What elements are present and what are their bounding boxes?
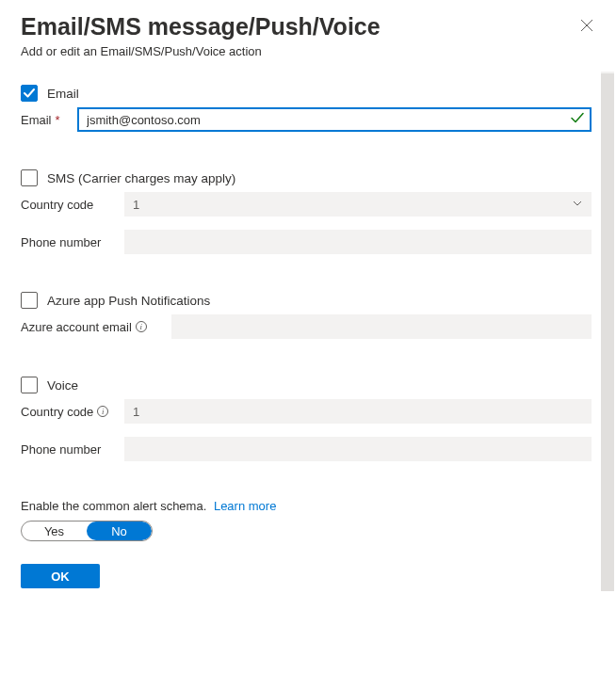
voice-checkbox-label: Voice <box>47 378 78 393</box>
panel-subtitle: Add or edit an Email/SMS/Push/Voice acti… <box>21 44 381 58</box>
ok-button[interactable]: OK <box>21 564 100 588</box>
schema-text: Enable the common alert schema. <box>21 499 206 513</box>
sms-checkbox[interactable] <box>21 169 38 186</box>
email-checkbox[interactable] <box>21 85 38 102</box>
close-button[interactable] <box>580 11 595 37</box>
toggle-no[interactable]: No <box>87 522 152 540</box>
voice-country-code-label: Country code i <box>21 405 124 419</box>
learn-more-link[interactable]: Learn more <box>214 499 276 513</box>
email-field-label: Email * <box>21 113 77 127</box>
scrollbar[interactable]: ▴ <box>601 73 614 657</box>
push-checkbox[interactable] <box>21 292 38 309</box>
sms-country-code-label: Country code <box>21 198 124 212</box>
voice-phone-label: Phone number <box>21 442 124 457</box>
schema-toggle[interactable]: Yes No <box>21 521 153 541</box>
close-icon <box>580 19 593 32</box>
schema-text-row: Enable the common alert schema. Learn mo… <box>21 499 592 513</box>
required-indicator: * <box>56 113 60 127</box>
info-icon[interactable]: i <box>136 321 147 332</box>
panel-title: Email/SMS message/Push/Voice <box>21 13 381 40</box>
sms-section: SMS (Carrier charges may apply) Country … <box>21 169 592 254</box>
sms-checkbox-label: SMS (Carrier charges may apply) <box>47 171 235 185</box>
form-scroll-area[interactable]: Email Email * SMS <box>21 85 595 659</box>
push-section: Azure app Push Notifications Azure accou… <box>21 292 592 339</box>
sms-phone-input[interactable] <box>124 230 592 254</box>
info-icon[interactable]: i <box>97 406 108 417</box>
push-azure-email-label: Azure account email i <box>21 320 171 334</box>
push-checkbox-label: Azure app Push Notifications <box>47 294 210 308</box>
voice-country-code-input[interactable] <box>124 399 592 424</box>
email-input[interactable] <box>77 107 592 132</box>
sms-phone-label: Phone number <box>21 235 124 249</box>
email-checkbox-label: Email <box>47 87 79 101</box>
voice-checkbox[interactable] <box>21 377 38 393</box>
toggle-yes[interactable]: Yes <box>22 522 87 540</box>
voice-section: Voice Country code i Phone number <box>21 377 592 461</box>
push-azure-email-input[interactable] <box>171 314 592 339</box>
email-section: Email Email * <box>21 85 592 132</box>
voice-phone-input[interactable] <box>124 437 592 461</box>
scrollbar-thumb[interactable] <box>601 73 614 591</box>
sms-country-code-select[interactable] <box>124 192 592 217</box>
